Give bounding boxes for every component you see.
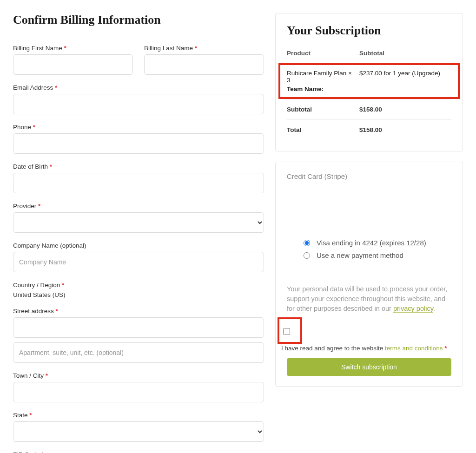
privacy-text: Your personal data will be used to proce… (287, 284, 451, 314)
required-marker: * (195, 45, 197, 52)
required-marker: * (33, 124, 35, 131)
email-input[interactable] (13, 94, 264, 114)
required-marker: * (29, 412, 32, 419)
saved-card-label: Visa ending in 4242 (expires 12/28) (317, 239, 426, 247)
subtotal-label: Subtotal (287, 106, 359, 113)
company-input[interactable] (13, 252, 264, 272)
team-name-label: Team Name: (287, 85, 356, 92)
dob-label: Date of Birth * (13, 163, 264, 170)
country-label: Country / Region * (13, 282, 264, 289)
saved-card-radio[interactable] (304, 240, 310, 246)
last-name-label: Billing Last Name * (144, 45, 264, 52)
city-input[interactable] (13, 382, 264, 402)
city-label: Town / City * (13, 372, 264, 379)
new-method-option[interactable]: Use a new payment method (304, 251, 451, 259)
dob-input[interactable] (13, 173, 264, 193)
highlighted-product-row: Rubicare Family Plan × 3 Team Name: $237… (278, 63, 460, 99)
required-marker: * (50, 163, 52, 170)
provider-select[interactable] (13, 212, 264, 233)
required-marker: * (55, 84, 57, 91)
terms-checkbox[interactable] (283, 328, 290, 335)
total-label: Total (287, 126, 359, 133)
state-label: State * (13, 412, 264, 419)
subscription-title: Your Subscription (287, 24, 451, 38)
new-method-label: Use a new payment method (317, 251, 403, 259)
new-method-radio[interactable] (304, 252, 310, 259)
required-marker: * (62, 282, 64, 289)
subtotal-header: Subtotal (359, 50, 451, 57)
billing-title: Confirm Billing Information (13, 13, 264, 27)
payment-method-title: Credit Card (Stripe) (287, 172, 451, 180)
terms-text: I have read and agree to the website (281, 345, 385, 352)
required-marker: * (64, 45, 66, 52)
last-name-input[interactable] (144, 54, 264, 75)
phone-input[interactable] (13, 133, 264, 154)
subtotal-value: $158.00 (359, 106, 451, 113)
provider-label: Provider * (13, 203, 264, 210)
total-value: $158.00 (359, 126, 451, 133)
country-value: United States (US) (13, 291, 264, 298)
highlighted-terms-checkbox (278, 317, 302, 344)
required-marker: * (444, 345, 447, 352)
required-marker: * (56, 308, 58, 315)
zip-label: ZIP Code * (13, 451, 264, 453)
phone-label: Phone * (13, 124, 264, 131)
product-name: Rubicare Family Plan × 3 (287, 70, 352, 84)
required-marker: * (41, 451, 44, 453)
required-marker: * (38, 203, 40, 210)
street-label: Street address * (13, 308, 264, 315)
product-header: Product (287, 50, 359, 57)
company-label: Company Name (optional) (13, 242, 264, 249)
switch-subscription-button[interactable]: Switch subscription (287, 358, 451, 376)
privacy-policy-link[interactable]: privacy policy (393, 305, 433, 313)
saved-card-option[interactable]: Visa ending in 4242 (expires 12/28) (304, 239, 451, 247)
street2-input[interactable] (13, 342, 264, 363)
street1-input[interactable] (13, 317, 264, 338)
first-name-label: Billing First Name * (13, 45, 133, 52)
first-name-input[interactable] (13, 54, 133, 75)
product-price: $237.00 for 1 year (Upgrade) (359, 70, 451, 92)
terms-link[interactable]: terms and conditions (385, 345, 443, 352)
email-label: Email Address * (13, 84, 264, 91)
required-marker: * (46, 372, 48, 379)
state-select[interactable] (13, 421, 264, 442)
